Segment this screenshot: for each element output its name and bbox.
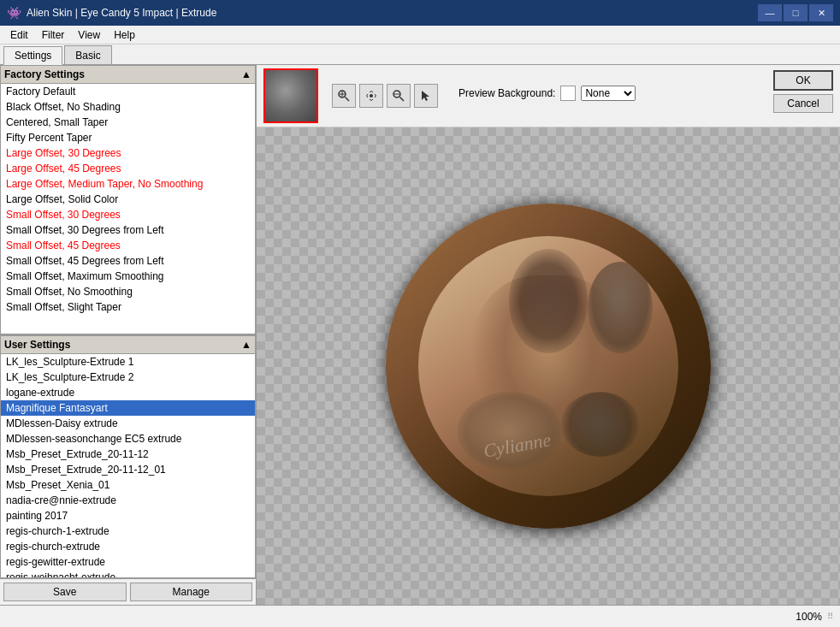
user-settings-list[interactable]: LK_les_Sculpture-Extrude 1 LK_les_Sculpt… xyxy=(0,354,256,578)
tabs-bar: Settings Basic xyxy=(0,44,840,65)
list-item[interactable]: regis-church-extrude xyxy=(1,539,255,554)
menu-edit[interactable]: Edit xyxy=(3,26,35,44)
list-item[interactable]: Msb_Preset_Extrude_20-11-12 xyxy=(1,447,255,462)
title-bar-text: Alien Skin | Eye Candy 5 Impact | Extrud… xyxy=(27,7,753,19)
user-section-buttons: Save Manage xyxy=(0,578,256,605)
svg-line-1 xyxy=(346,98,350,102)
menu-help[interactable]: Help xyxy=(107,26,142,44)
app-icon: 👾 xyxy=(7,6,21,20)
list-item[interactable]: Small Offset, 30 Degrees xyxy=(1,207,255,222)
preview-area: Cylianne xyxy=(257,127,840,605)
list-item[interactable]: Small Offset, Maximum Smoothing xyxy=(1,269,255,284)
factory-settings-header: Factory Settings ▲ xyxy=(0,65,256,84)
zoom-tool-button[interactable] xyxy=(332,84,356,108)
list-item[interactable]: Small Offset, 45 Degrees from Left xyxy=(1,253,255,269)
list-item[interactable]: logane-extrude xyxy=(1,385,255,400)
list-item[interactable]: nadia-cre@nnie-extrude xyxy=(1,493,255,508)
list-item[interactable]: Fifty Percent Taper xyxy=(1,130,255,145)
zoom-out-tool-button[interactable] xyxy=(387,84,411,108)
save-button[interactable]: Save xyxy=(3,583,127,601)
factory-settings-section: Factory Settings ▲ Factory Default Black… xyxy=(0,65,256,335)
tab-settings[interactable]: Settings xyxy=(3,46,62,65)
list-item[interactable]: Small Offset, No Smoothing xyxy=(1,284,255,299)
list-item[interactable]: LK_les_Sculpture-Extrude 2 xyxy=(1,370,255,385)
tab-basic[interactable]: Basic xyxy=(64,45,111,64)
preview-background-select[interactable]: None White Black Custom xyxy=(581,86,636,101)
list-item[interactable]: MDlessen-Daisy extrude xyxy=(1,416,255,431)
resize-handle-icon: ⠿ xyxy=(827,612,833,621)
list-item[interactable]: Factory Default xyxy=(1,84,255,99)
close-button[interactable]: ✕ xyxy=(809,4,833,21)
list-item[interactable]: regis-church-1-extrude xyxy=(1,523,255,539)
preview-background-label: Preview Background: xyxy=(458,87,555,99)
preview-image: Cylianne xyxy=(386,204,711,529)
user-settings-collapse-icon[interactable]: ▲ xyxy=(241,339,251,351)
list-item[interactable]: MDlessen-seasonchange EC5 extrude xyxy=(1,431,255,447)
list-item[interactable]: Small Offset, 30 Degrees from Left xyxy=(1,222,255,238)
cancel-button[interactable]: Cancel xyxy=(773,94,833,113)
factory-settings-title: Factory Settings xyxy=(4,68,85,80)
zoom-level: 100% xyxy=(796,611,822,623)
thumbnail xyxy=(263,68,318,123)
list-item[interactable]: Msb_Preset_Extrude_20-11-12_01 xyxy=(1,462,255,477)
list-item[interactable]: Small Offset, 45 Degrees xyxy=(1,238,255,253)
ok-button[interactable]: OK xyxy=(773,70,833,91)
svg-point-4 xyxy=(370,94,373,98)
list-item[interactable]: Large Offset, 30 Degrees xyxy=(1,145,255,161)
list-item[interactable]: LK_les_Sculpture-Extrude 1 xyxy=(1,354,255,370)
status-bar: 100% ⠿ xyxy=(0,605,840,627)
list-item[interactable]: Black Offset, No Shading xyxy=(1,99,255,115)
list-item[interactable]: regis-weihnacht-extrude xyxy=(1,570,255,578)
factory-settings-collapse-icon[interactable]: ▲ xyxy=(241,68,251,80)
list-item[interactable]: painting 2017 xyxy=(1,508,255,523)
right-panel: Preview Background: None White Black Cus… xyxy=(257,65,840,605)
pan-tool-button[interactable] xyxy=(359,84,383,108)
preview-color-swatch[interactable] xyxy=(560,86,576,101)
user-settings-section: User Settings ▲ LK_les_Sculpture-Extrude… xyxy=(0,335,256,605)
minimize-button[interactable]: — xyxy=(758,4,782,21)
list-item[interactable]: regis-gewitter-extrude xyxy=(1,554,255,570)
maximize-button[interactable]: □ xyxy=(784,4,807,21)
user-settings-header: User Settings ▲ xyxy=(0,335,256,354)
list-item[interactable]: Large Offset, Solid Color xyxy=(1,192,255,207)
list-item[interactable]: Centered, Small Taper xyxy=(1,115,255,130)
list-item[interactable]: Large Offset, Medium Taper, No Smoothing xyxy=(1,176,255,192)
list-item[interactable]: Large Offset, 45 Degrees xyxy=(1,161,255,176)
user-settings-title: User Settings xyxy=(4,339,70,351)
main-layout: Factory Settings ▲ Factory Default Black… xyxy=(0,65,840,605)
svg-line-6 xyxy=(400,98,405,102)
factory-settings-list[interactable]: Factory Default Black Offset, No Shading… xyxy=(0,84,256,334)
menu-filter[interactable]: Filter xyxy=(35,26,72,44)
menu-bar: Edit Filter View Help xyxy=(0,26,840,44)
list-item[interactable]: Msb_Preset_Xenia_01 xyxy=(1,477,255,493)
select-tool-button[interactable] xyxy=(414,84,438,108)
list-item[interactable]: Small Offset, Slight Taper xyxy=(1,299,255,315)
title-bar-controls: — □ ✕ xyxy=(758,4,833,21)
menu-view[interactable]: View xyxy=(71,26,107,44)
manage-button[interactable]: Manage xyxy=(130,583,253,601)
list-item-selected[interactable]: Magnifique Fantasyart xyxy=(1,400,255,416)
title-bar: 👾 Alien Skin | Eye Candy 5 Impact | Extr… xyxy=(0,0,840,26)
left-panel: Factory Settings ▲ Factory Default Black… xyxy=(0,65,257,605)
toolbar xyxy=(332,84,438,108)
